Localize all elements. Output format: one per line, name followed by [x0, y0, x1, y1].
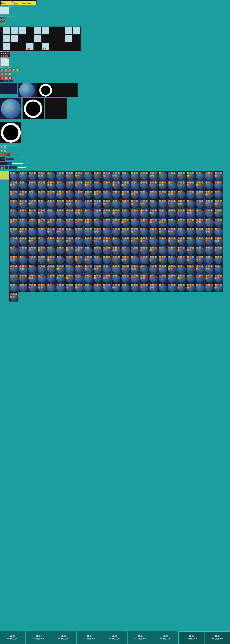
sprite-frame [46, 246, 56, 255]
sprite-frame [158, 236, 167, 246]
sprite-frame [130, 246, 139, 255]
sprite-frame [177, 236, 186, 246]
sprite-frame [121, 199, 130, 208]
quality-box-2[interactable]: quality 1 quality 1 opt1 opt2 [10, 1, 21, 5]
sprite-frame [37, 180, 46, 190]
secret-item-1[interactable]: SECRET CODE LEAFWORLD [0, 631, 25, 644]
secret-code-label-3: SECRET CODE [58, 638, 70, 639]
sprite-frame [74, 208, 84, 218]
sprite-frame [167, 190, 177, 199]
sprite-frame [149, 246, 158, 255]
sprite-frame [56, 246, 65, 255]
sprite-frame [195, 227, 205, 236]
sprite-frame [139, 171, 149, 180]
secret-item-8[interactable]: SECRET CODE LEAFWORLD [178, 631, 204, 644]
sprite-frame [158, 180, 167, 190]
sprite-frame [149, 236, 158, 246]
sprite-frame [149, 218, 158, 227]
secret-item-7[interactable]: SECRET CODE LEAFWORLD [153, 631, 178, 644]
sprite-frame [167, 255, 177, 264]
large-worlds [0, 98, 67, 119]
sprite-frame [37, 255, 46, 264]
secret-item-5[interactable]: SECRET CODE LEAFWORLD [102, 631, 127, 644]
sprite-frame [130, 218, 139, 227]
sprite-frame [195, 171, 205, 180]
sprite-frame [37, 199, 46, 208]
sprite-frame [139, 255, 149, 264]
sprite-frame [28, 227, 37, 236]
secret-item-9[interactable]: SECRET CODE LEAFWORLD [204, 631, 230, 644]
sprite-frame [186, 171, 195, 180]
sprite-frame [205, 274, 214, 283]
sprite-frame [65, 227, 74, 236]
sprite-frame [149, 255, 158, 264]
secret-item-2[interactable]: SECRET CODE LEAFWORLD [25, 631, 51, 644]
sprite-frame [130, 274, 139, 283]
sprite-frame [139, 199, 149, 208]
sprite-frame [84, 255, 93, 264]
sprite-frame [186, 264, 195, 274]
sprite-frame [93, 255, 102, 264]
sprite-frame [112, 199, 121, 208]
bg-preview-box [0, 7, 9, 14]
quality-box-1[interactable]: quality quality 1 [1, 1, 10, 5]
main-sprite-grid [9, 171, 230, 302]
sprite-frame [28, 199, 37, 208]
sprite-frame [28, 264, 37, 274]
sprite-frame [74, 227, 84, 236]
sprite-frame [56, 208, 65, 218]
sprite-frame [93, 227, 102, 236]
sprite-frame [214, 190, 223, 199]
sprite-frame [149, 208, 158, 218]
sprite-frame [46, 199, 56, 208]
sprite-frame [214, 236, 223, 246]
sprite-frame [195, 264, 205, 274]
sprite-frame [112, 255, 121, 264]
quality-box-3[interactable]: quality 1 choice choice [22, 1, 36, 5]
xlarge-ring [0, 122, 21, 143]
sprite-frame [158, 208, 167, 218]
sprite-frame [121, 264, 130, 274]
sprite-frame [9, 246, 18, 255]
animal-tools-label: Icons before free animators are done (un… [0, 155, 25, 156]
sprite-frame [158, 274, 167, 283]
secret-code-label-8: SECRET CODE [185, 638, 197, 639]
sprite-frame [167, 236, 177, 246]
sprite-frame [74, 283, 84, 292]
sprite-frame [214, 180, 223, 190]
secret-code-banner: SECRET CODE LEAFWORLD SECRET CODE LEAFWO… [0, 631, 230, 644]
sprite-frame [84, 283, 93, 292]
secret-item-3[interactable]: SECRET CODE LEAFWORLD [51, 631, 77, 644]
sprite-frame [139, 227, 149, 236]
secret-item-4[interactable]: SECRET CODE LEAFWORLD [77, 631, 102, 644]
sprite-frame [56, 171, 65, 180]
sprite-frame [65, 236, 74, 246]
secret-item-6[interactable]: SECRET CODE LEAFWORLD [127, 631, 153, 644]
sprite-frame [46, 190, 56, 199]
bg-ctrl-bar: |◀ ▶ ⏹ ▶| ↻ [0, 52, 10, 55]
sprite-frame [130, 255, 139, 264]
sprite-frame [9, 255, 18, 264]
ok-button-2[interactable]: OK [3, 23, 6, 24]
sprite-frame [37, 227, 46, 236]
sprite-frame [177, 180, 186, 190]
sprite-frame [186, 274, 195, 283]
sprite-frame [9, 199, 18, 208]
sprite-frame [186, 255, 195, 264]
sprite-frame [9, 292, 18, 302]
sprite-frame [84, 264, 93, 274]
sprite-frame [74, 171, 84, 180]
sprite-frame [46, 227, 56, 236]
sprite-frame [102, 199, 112, 208]
sprite-frame [112, 274, 121, 283]
ok-button-1[interactable]: OK [0, 23, 3, 24]
sprite-frame [167, 246, 177, 255]
sprite-frame [139, 283, 149, 292]
sprite-frame [37, 208, 46, 218]
sprite-frame [205, 180, 214, 190]
sprite-frame [186, 218, 195, 227]
sprite-frame [112, 264, 121, 274]
sprite-frame [195, 208, 205, 218]
sprite-frame [9, 180, 18, 190]
sprite-frame [149, 171, 158, 180]
